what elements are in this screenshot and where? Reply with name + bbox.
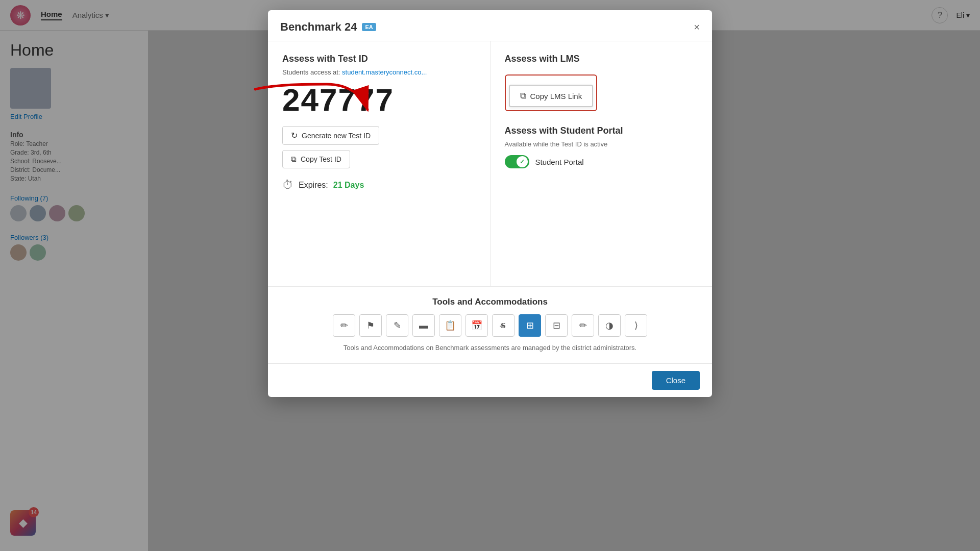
- modal-header: Benchmark 24 EA ×: [268, 10, 712, 41]
- tool-icon-more[interactable]: ⟩: [625, 314, 647, 337]
- portal-toggle-row: ✓ Student Portal: [505, 155, 698, 168]
- portal-title: Assess with Student Portal: [505, 126, 698, 136]
- copy-test-id-button[interactable]: ⧉ Copy Test ID: [282, 150, 350, 168]
- tools-accommodations-section: Tools and Accommodations ✏ ⚑ ✎ ▬ 📋 📅 S̶ …: [268, 286, 712, 363]
- tools-icons-row: ✏ ⚑ ✎ ▬ 📋 📅 S̶ ⊞ ⊟ ✏ ◑ ⟩: [280, 314, 700, 337]
- refresh-icon: ↻: [291, 131, 298, 140]
- copy-lms-btn-label: Copy LMS Link: [530, 92, 582, 101]
- portal-subtitle: Available while the Test ID is active: [505, 140, 698, 148]
- tools-title: Tools and Accommodations: [280, 297, 700, 307]
- assess-options-panel: Assess with LMS ⧉ Copy LMS Link Assess w…: [491, 41, 713, 286]
- portal-toggle-label: Student Portal: [535, 158, 584, 166]
- tool-icon-tts[interactable]: S̶: [492, 314, 514, 337]
- lms-section: Assess with LMS ⧉ Copy LMS Link: [505, 54, 698, 111]
- tool-icon-contrast[interactable]: ◑: [598, 314, 621, 337]
- student-portal-section: Assess with Student Portal Available whi…: [505, 126, 698, 168]
- toggle-knob: ✓: [517, 156, 528, 167]
- students-access-url[interactable]: student.masteryconnect.co...: [342, 68, 427, 76]
- modal-footer: Close: [268, 363, 712, 397]
- tool-icon-strikethrough[interactable]: ▬: [412, 314, 435, 337]
- tool-icon-calculator-active[interactable]: ⊞: [519, 314, 541, 337]
- copy-id-btn-label: Copy Test ID: [301, 155, 341, 163]
- modal-title-area: Benchmark 24 EA: [280, 20, 376, 34]
- ea-badge: EA: [362, 23, 376, 31]
- lms-highlight-box: ⧉ Copy LMS Link: [505, 74, 598, 111]
- expires-prefix: Expires:: [299, 181, 328, 190]
- modal-close-button[interactable]: ×: [694, 22, 700, 32]
- lms-title: Assess with LMS: [505, 54, 698, 64]
- tool-icon-highlight[interactable]: ✏: [572, 314, 594, 337]
- tool-icon-clipboard[interactable]: 📋: [439, 314, 461, 337]
- close-modal-button[interactable]: Close: [652, 371, 700, 390]
- copy-icon: ⧉: [291, 155, 297, 164]
- students-access-prefix: Students access at:: [282, 68, 342, 76]
- left-panel-title: Assess with Test ID: [282, 54, 476, 64]
- expires-days-value: 21 Days: [333, 181, 364, 190]
- tool-icon-pencil[interactable]: ✎: [386, 314, 408, 337]
- expires-row: ⏱ Expires: 21 Days: [282, 179, 476, 192]
- modal-body: Assess with Test ID Students access at: …: [268, 41, 712, 286]
- check-icon: ✓: [520, 158, 525, 165]
- tools-note: Tools and Accommodations on Benchmark as…: [280, 343, 700, 353]
- students-access-text: Students access at: student.masteryconne…: [282, 68, 476, 76]
- clock-icon: ⏱: [282, 179, 293, 192]
- benchmark-modal: Benchmark 24 EA × Assess with Test ID St…: [268, 10, 712, 397]
- tool-icon-calendar[interactable]: 📅: [465, 314, 488, 337]
- generate-btn-label: Generate new Test ID: [302, 132, 371, 140]
- test-id-number: 247777: [282, 84, 476, 116]
- assess-with-test-id-panel: Assess with Test ID Students access at: …: [268, 41, 491, 286]
- tool-icon-grid[interactable]: ⊟: [545, 314, 568, 337]
- student-portal-toggle[interactable]: ✓: [505, 155, 529, 168]
- tool-icon-flag[interactable]: ⚑: [359, 314, 382, 337]
- tool-icon-edit[interactable]: ✏: [333, 314, 355, 337]
- test-id-buttons: ↻ Generate new Test ID ⧉ Copy Test ID: [282, 126, 476, 168]
- lms-link-icon: ⧉: [520, 91, 526, 101]
- copy-lms-link-button[interactable]: ⧉ Copy LMS Link: [509, 85, 594, 107]
- modal-title-text: Benchmark 24: [280, 20, 357, 34]
- generate-new-test-id-button[interactable]: ↻ Generate new Test ID: [282, 126, 379, 145]
